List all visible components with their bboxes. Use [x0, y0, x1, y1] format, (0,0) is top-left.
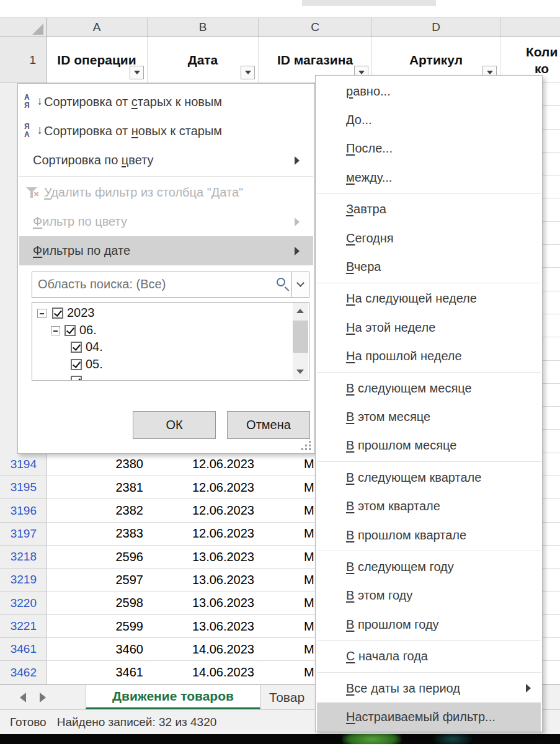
row-header-1[interactable]: 1	[0, 37, 47, 83]
sheet-tab-active[interactable]: Движение товаров	[86, 685, 260, 709]
submenu-item-tomorrow[interactable]: Завтра	[317, 195, 541, 224]
submenu-item-equals[interactable]: равно...	[317, 77, 541, 105]
sheet-tab-label: Движение товаров	[112, 689, 234, 704]
submenu-item-next-week[interactable]: На следующей неделе	[317, 285, 541, 313]
tree-checkbox[interactable]	[64, 325, 76, 336]
cell-date[interactable]: 12.06.2023	[148, 499, 259, 522]
scroll-thumb[interactable]	[293, 321, 308, 353]
cell-date[interactable]: 12.06.2023	[148, 523, 259, 546]
tree-checkbox[interactable]	[71, 342, 82, 353]
tree-checkbox[interactable]	[71, 376, 82, 381]
cell-operation-id[interactable]: 3461	[47, 662, 148, 684]
submenu-item-yesterday[interactable]: Вчера	[317, 252, 541, 281]
column-header-bar: ABCD	[0, 17, 560, 37]
search-placeholder: Область поиска: (Все)	[38, 277, 166, 291]
scroll-down-icon[interactable]	[296, 370, 304, 374]
cancel-button[interactable]: Отмена	[227, 411, 310, 439]
cell-operation-id[interactable]: 2598	[47, 592, 148, 615]
menu-item-label: В прошлом году	[346, 618, 439, 632]
submenu-item-last-week[interactable]: На прошлой неделе	[317, 342, 541, 371]
column-header-letter[interactable]: A	[47, 18, 148, 37]
tree-checkbox[interactable]	[52, 308, 63, 319]
row-header[interactable]: 3219	[0, 569, 47, 591]
submenu-item-this-year[interactable]: В этом году	[317, 582, 541, 610]
cell-operation-id[interactable]: 2382	[47, 499, 148, 522]
column-header-letter[interactable]: D	[372, 18, 500, 37]
row-header[interactable]: 3461	[0, 638, 47, 661]
row-header[interactable]: 3220	[0, 592, 47, 615]
cell-operation-id[interactable]: 2383	[47, 523, 148, 546]
submenu-item-last-year[interactable]: В прошлом году	[317, 610, 541, 639]
cell-operation-id[interactable]: 2599	[47, 615, 148, 638]
tree-item-06[interactable]: 06.	[32, 322, 291, 339]
submenu-item-this-month[interactable]: В этом месяце	[317, 402, 541, 431]
filter-dropdown-button[interactable]	[130, 66, 144, 79]
table-header-cell: ID операции	[47, 37, 148, 83]
row-header[interactable]: 3194	[0, 453, 47, 476]
filter-search-box[interactable]: Область поиска: (Все)	[32, 272, 309, 298]
tree-item-2023[interactable]: 2023	[32, 305, 291, 322]
cell-operation-id[interactable]: 2597	[47, 569, 148, 591]
cell-date[interactable]: 14.06.2023	[148, 638, 259, 661]
cell-date[interactable]: 12.06.2023	[148, 476, 259, 499]
row-header[interactable]: 3196	[0, 499, 47, 522]
submenu-item-next-month[interactable]: В следующем месяце	[317, 374, 541, 402]
ok-button[interactable]: ОК	[133, 411, 216, 439]
submenu-item-before[interactable]: До...	[317, 105, 541, 134]
filter-dropdown-button[interactable]	[241, 66, 255, 79]
menu-item-label: С начала года	[346, 649, 428, 663]
cell-operation-id[interactable]: 3460	[47, 638, 148, 661]
row-header[interactable]: 3218	[0, 546, 47, 569]
cell-date[interactable]: 13.06.2023	[148, 569, 259, 591]
tab-scroll-left-icon[interactable]	[20, 693, 26, 702]
select-all-corner[interactable]	[0, 18, 47, 37]
menu-item-sort-oldest-to-newest[interactable]: АЯ↓Сортировка от старых к новым	[19, 87, 313, 117]
column-header-letter[interactable]: B	[148, 18, 259, 37]
submenu-item-between[interactable]: между...	[317, 163, 541, 192]
menu-item-sort-by-color[interactable]: Сортировка по цвету	[19, 146, 313, 175]
tab-scroll-right-icon[interactable]	[40, 693, 46, 702]
row-header[interactable]: 3195	[0, 476, 47, 499]
submenu-item-all-dates-in-period[interactable]: Все даты за период	[317, 674, 541, 702]
menu-item-label: После...	[346, 141, 393, 156]
cell-operation-id[interactable]: 2380	[47, 453, 148, 476]
submenu-item-year-to-date[interactable]: С начала года	[317, 642, 541, 671]
submenu-item-last-month[interactable]: В прошлом месяце	[317, 432, 541, 460]
cell-date[interactable]: 14.06.2023	[148, 662, 259, 684]
menu-item-label: Фильтр по цвету	[33, 215, 127, 229]
column-header-letter[interactable]: C	[259, 18, 372, 37]
resize-grip[interactable]	[301, 441, 311, 451]
cell-operation-id[interactable]: 2381	[47, 476, 148, 499]
submenu-item-next-quarter[interactable]: В следующем квартале	[317, 463, 541, 492]
row-header[interactable]: 3221	[0, 615, 47, 638]
tree-item-04[interactable]: 04.	[32, 339, 291, 356]
submenu-item-today[interactable]: Сегодня	[317, 224, 541, 252]
menu-item-sort-newest-to-oldest[interactable]: ЯА↓Сортировка от новых к старым	[19, 117, 313, 146]
cell-date[interactable]: 12.06.2023	[148, 453, 259, 476]
tree-item[interactable]	[32, 373, 291, 381]
submenu-item-this-week[interactable]: На этой неделе	[317, 313, 541, 342]
sort-letters: АЯ	[24, 94, 30, 110]
search-scope-dropdown[interactable]	[291, 272, 309, 297]
submenu-item-this-quarter[interactable]: В этом квартале	[317, 492, 541, 521]
menu-item-label: До...	[346, 113, 372, 127]
tree-collapse-icon[interactable]	[51, 326, 60, 335]
menu-item-date-filters[interactable]: Фильтры по дате	[19, 236, 313, 265]
scroll-up-icon[interactable]	[296, 309, 304, 313]
tree-item-05[interactable]: 05.	[32, 356, 291, 373]
tree-scrollbar[interactable]	[293, 303, 308, 379]
tree-collapse-icon[interactable]	[37, 309, 47, 318]
down-arrow-icon: ↓	[37, 123, 43, 137]
menu-item-label: Сортировка по цвету	[33, 153, 154, 167]
cell-date[interactable]: 13.06.2023	[148, 615, 259, 638]
row-header[interactable]: 3462	[0, 662, 47, 684]
submenu-item-last-quarter[interactable]: В прошлом квартале	[317, 521, 541, 549]
cell-date[interactable]: 13.06.2023	[148, 592, 259, 615]
submenu-item-next-year[interactable]: В следующем году	[317, 552, 541, 581]
cell-operation-id[interactable]: 2596	[47, 546, 148, 569]
cell-date[interactable]: 13.06.2023	[148, 546, 259, 569]
submenu-item-after[interactable]: После...	[317, 135, 541, 163]
tree-checkbox[interactable]	[71, 359, 82, 370]
row-header[interactable]: 3197	[0, 523, 47, 546]
submenu-item-custom-filter[interactable]: Настраиваемый фильтр...	[317, 702, 541, 731]
